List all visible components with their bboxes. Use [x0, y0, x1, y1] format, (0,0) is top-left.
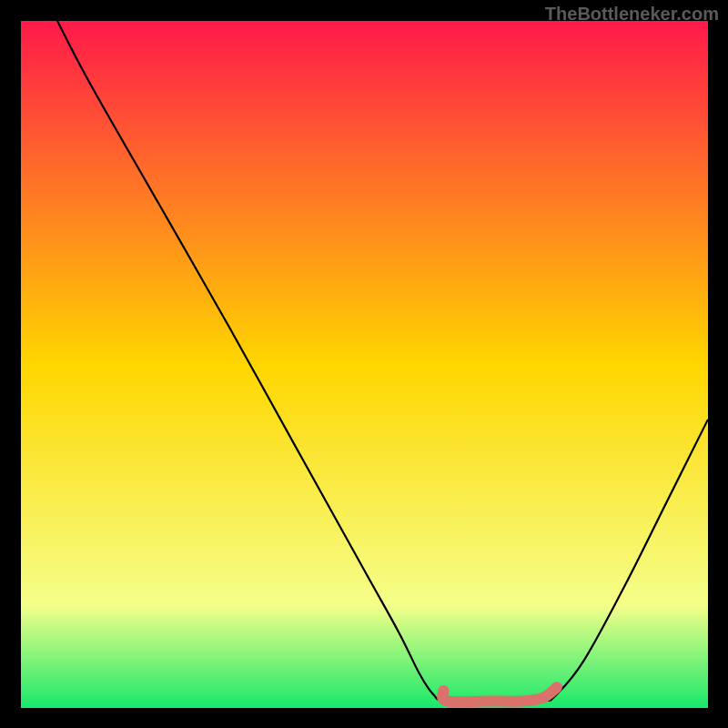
chart-plot-area	[21, 21, 708, 708]
optimal-point-dot	[438, 685, 449, 696]
chart-svg	[21, 21, 708, 708]
watermark-text: TheBottleneker.com	[545, 4, 719, 25]
chart-background	[21, 21, 708, 708]
